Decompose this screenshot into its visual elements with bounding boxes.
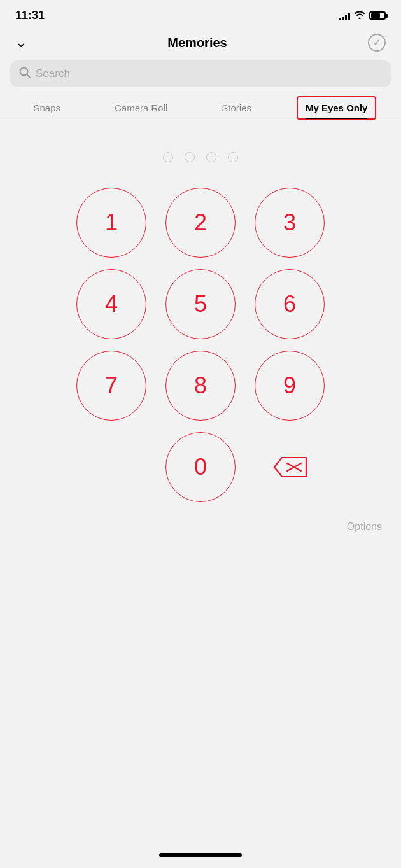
key-7[interactable]: 7	[76, 351, 146, 421]
search-bar[interactable]: Search	[10, 60, 391, 87]
pin-dot-2	[185, 152, 195, 162]
keypad-row-1: 1 2 3	[76, 188, 325, 258]
tabs-bar: Snaps Camera Roll Stories My Eyes Only	[0, 96, 401, 120]
status-time: 11:31	[15, 9, 45, 22]
chevron-down-icon[interactable]: ⌄	[15, 34, 27, 51]
key-6[interactable]: 6	[255, 269, 325, 339]
pin-dot-3	[206, 152, 216, 162]
status-bar: 11:31	[0, 0, 401, 27]
header: ⌄ Memories	[0, 27, 401, 60]
tab-stories[interactable]: Stories	[213, 96, 260, 120]
svg-line-1	[27, 74, 30, 78]
home-indicator	[159, 853, 242, 857]
key-0[interactable]: 0	[165, 432, 236, 502]
pin-indicator	[0, 152, 401, 162]
key-9[interactable]: 9	[255, 351, 325, 421]
key-3[interactable]: 3	[255, 188, 325, 258]
search-placeholder: Search	[36, 67, 70, 80]
keypad-row-4: 0	[48, 432, 353, 502]
backspace-button[interactable]	[255, 432, 325, 502]
wifi-icon	[354, 10, 365, 21]
signal-icon	[339, 11, 350, 20]
keypad-row-3: 7 8 9	[76, 351, 325, 421]
key-1[interactable]: 1	[76, 188, 146, 258]
key-5[interactable]: 5	[165, 269, 236, 339]
pin-dot-4	[228, 152, 238, 162]
battery-icon	[369, 11, 386, 20]
tab-my-eyes-only[interactable]: My Eyes Only	[297, 96, 377, 120]
key-spacer	[76, 432, 146, 502]
tab-snaps[interactable]: Snaps	[24, 96, 69, 120]
backspace-icon	[271, 454, 309, 480]
key-2[interactable]: 2	[165, 188, 236, 258]
search-icon	[19, 67, 31, 81]
status-icons	[339, 10, 386, 21]
key-8[interactable]: 8	[165, 351, 236, 421]
page-title: Memories	[167, 36, 227, 50]
keypad-row-2: 4 5 6	[76, 269, 325, 339]
pin-dot-1	[163, 152, 173, 162]
options-link[interactable]: Options	[0, 502, 401, 545]
key-4[interactable]: 4	[76, 269, 146, 339]
keypad: 1 2 3 4 5 6 7 8 9 0	[48, 188, 353, 502]
tab-camera-roll[interactable]: Camera Roll	[106, 96, 176, 120]
select-button[interactable]	[368, 34, 386, 52]
